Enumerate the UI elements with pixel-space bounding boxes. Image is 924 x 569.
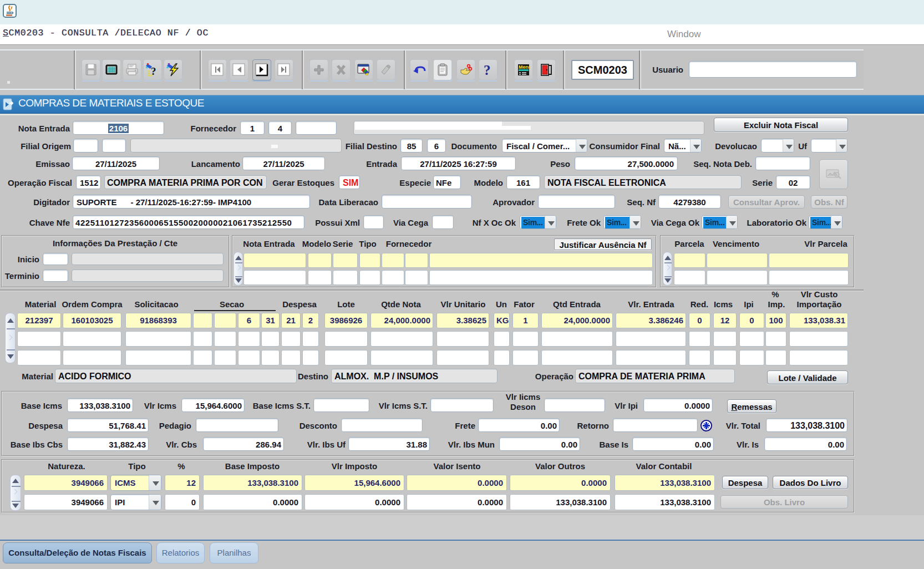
svg-text:Menu: Menu [519, 64, 530, 70]
svg-text:?: ? [484, 63, 491, 77]
svg-text:?: ? [151, 65, 156, 77]
